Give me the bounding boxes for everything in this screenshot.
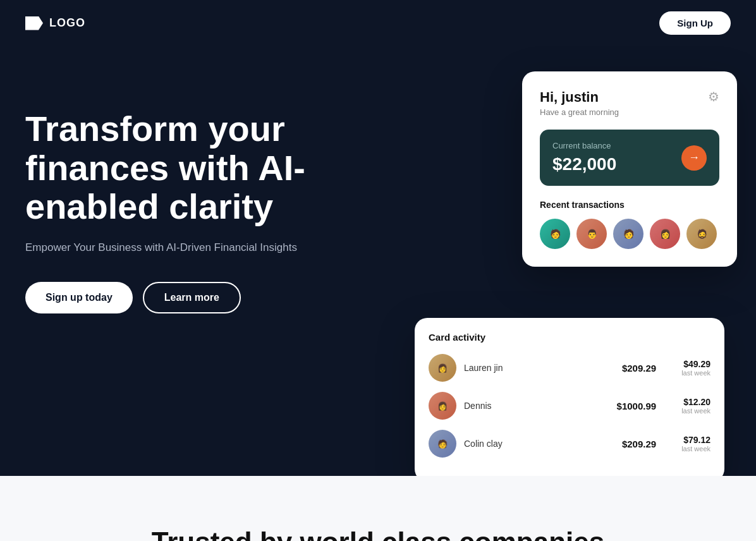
navbar: LOGO Sign Up	[0, 0, 756, 46]
tx-time-2: last week	[681, 407, 710, 415]
tx-avatar-3: 🧑	[429, 430, 456, 458]
logo-icon	[25, 16, 43, 30]
balance-label: Current balance	[552, 141, 616, 150]
card-header: Hi, justin Have a great morning ⚙	[540, 89, 719, 117]
tx-amount-3: $209.29	[622, 439, 656, 449]
settings-icon[interactable]: ⚙	[708, 89, 719, 104]
tx-name-3: Colin clay	[464, 439, 503, 449]
trusted-title: Trusted by world class companies	[25, 526, 731, 541]
tx-side-3: $79.12 last week	[681, 435, 710, 453]
tx-name-2: Dennis	[464, 401, 492, 411]
balance-amount: $22,000	[552, 154, 616, 174]
signup-today-button[interactable]: Sign up today	[25, 282, 133, 313]
greeting-sub: Have a great morning	[540, 107, 619, 117]
avatar-5: 🧔	[686, 219, 717, 249]
greeting-block: Hi, justin Have a great morning	[540, 89, 619, 117]
transaction-left: 👩 Dennis	[429, 392, 492, 420]
tx-time-3: last week	[681, 445, 710, 453]
tx-time-1: last week	[681, 369, 710, 377]
balance-arrow-button[interactable]: →	[681, 145, 707, 171]
table-row: 👩 Lauren jin $209.29 $49.29 last week	[429, 354, 710, 382]
logo: LOGO	[25, 16, 85, 30]
transaction-left: 🧑 Colin clay	[429, 430, 503, 458]
hero-title: Transform your finances with AI-enabled …	[25, 109, 417, 226]
avatar-1: 🧑	[540, 219, 570, 249]
avatar-4: 👩	[650, 219, 680, 249]
dashboard-card: Hi, justin Have a great morning ⚙ Curren…	[522, 71, 737, 267]
table-row: 👩 Dennis $1000.99 $12.20 last week	[429, 392, 710, 420]
tx-side-amount-3: $79.12	[681, 435, 710, 445]
transaction-left: 👩 Lauren jin	[429, 354, 503, 382]
balance-block: Current balance $22,000	[552, 141, 616, 174]
activity-card: Card activity 👩 Lauren jin $209.29 $49.2…	[415, 318, 724, 476]
tx-side-1: $49.29 last week	[681, 359, 710, 377]
avatar-3: 🧑	[613, 219, 643, 249]
hero-subtitle: Empower Your Business with AI-Driven Fin…	[25, 241, 341, 254]
avatars-row: 🧑 👨 🧑 👩 🧔	[540, 219, 719, 249]
activity-title: Card activity	[429, 332, 710, 343]
balance-card: Current balance $22,000 →	[540, 130, 719, 186]
logo-text: LOGO	[49, 16, 85, 30]
tx-avatar-1: 👩	[429, 354, 456, 382]
hero-section: Transform your finances with AI-enabled …	[0, 46, 756, 476]
table-row: 🧑 Colin clay $209.29 $79.12 last week	[429, 430, 710, 458]
nav-signup-button[interactable]: Sign Up	[659, 11, 731, 35]
tx-amount-2: $1000.99	[617, 401, 657, 411]
tx-avatar-2: 👩	[429, 392, 456, 420]
recent-transactions-label: Recent transactions	[540, 200, 719, 210]
tx-side-amount-1: $49.29	[681, 359, 710, 369]
bottom-section: Trusted by world class companies	[0, 476, 756, 541]
avatar-2: 👨	[576, 219, 607, 249]
tx-side-amount-2: $12.20	[681, 397, 710, 407]
greeting-name: Hi, justin	[540, 89, 619, 106]
tx-name-1: Lauren jin	[464, 363, 503, 373]
tx-side-2: $12.20 last week	[681, 397, 710, 415]
tx-amount-1: $209.29	[622, 363, 656, 374]
learn-more-button[interactable]: Learn more	[143, 282, 241, 313]
hero-buttons: Sign up today Learn more	[25, 282, 731, 313]
hero-right: Hi, justin Have a great morning ⚙ Curren…	[522, 71, 737, 267]
